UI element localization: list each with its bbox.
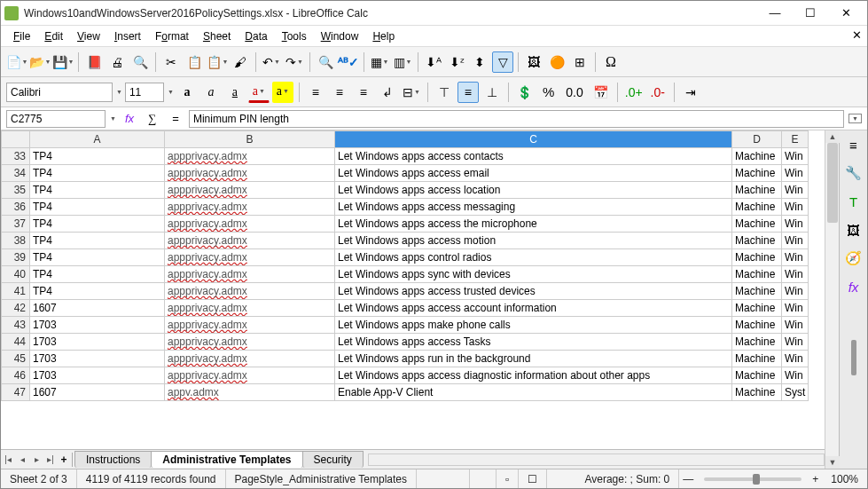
cell[interactable]: TP4: [30, 199, 165, 216]
cell[interactable]: appprivacy.admx: [165, 317, 335, 334]
cell[interactable]: TP4: [30, 266, 165, 283]
navigator-panel-icon[interactable]: 🧭: [843, 248, 864, 269]
row-header[interactable]: 38: [2, 233, 30, 249]
sheet-tab-instructions[interactable]: Instructions: [74, 451, 152, 468]
cell[interactable]: 1703: [30, 334, 165, 351]
cell[interactable]: Machine: [732, 233, 782, 249]
sum-button[interactable]: ∑: [143, 110, 162, 128]
sheet-tab-admin-templates[interactable]: Administrative Templates: [151, 451, 302, 468]
status-insert-mode[interactable]: [470, 469, 497, 488]
save-button[interactable]: 💾▼: [52, 51, 74, 73]
select-all-corner[interactable]: [2, 131, 30, 148]
table-row[interactable]: 441703appprivacy.admxLet Windows apps ac…: [2, 334, 809, 351]
tab-nav-prev[interactable]: ◂: [15, 454, 29, 464]
pivot-button[interactable]: ⊞: [569, 51, 590, 73]
close-document-button[interactable]: ✕: [852, 28, 862, 42]
font-name-dropdown[interactable]: ▼: [116, 89, 122, 95]
close-button[interactable]: ✕: [828, 2, 864, 25]
table-row[interactable]: 40TP4appprivacy.admxLet Windows apps syn…: [2, 266, 809, 283]
cell[interactable]: Let Windows apps access contacts: [335, 148, 732, 165]
cell[interactable]: Enable App-V Client: [335, 384, 732, 401]
status-selection-mode[interactable]: ▫: [497, 469, 519, 488]
highlight-button[interactable]: a▼: [272, 82, 293, 103]
scroll-up-button[interactable]: ▲: [825, 130, 840, 143]
tab-nav-next[interactable]: ▸: [29, 454, 43, 464]
row-header[interactable]: 34: [2, 165, 30, 182]
cell[interactable]: Syst: [782, 384, 809, 401]
cell[interactable]: 1607: [30, 384, 165, 401]
special-char-button[interactable]: Ω: [600, 51, 622, 73]
cell[interactable]: appprivacy.admx: [165, 300, 335, 317]
cell[interactable]: Win: [782, 334, 809, 351]
align-bottom-button[interactable]: ⊥: [481, 82, 503, 103]
print-preview-button[interactable]: 🔍: [129, 51, 151, 73]
cell[interactable]: Machine: [732, 334, 782, 351]
column-button[interactable]: ▥▼: [392, 51, 413, 73]
cell[interactable]: Machine: [732, 182, 782, 199]
find-button[interactable]: 🔍: [315, 51, 336, 73]
cell[interactable]: Machine: [732, 165, 782, 182]
cell[interactable]: Win: [782, 165, 809, 182]
insert-chart-button[interactable]: 🟠: [546, 51, 567, 73]
cell[interactable]: TP4: [30, 283, 165, 300]
cell[interactable]: Machine: [732, 216, 782, 233]
cell[interactable]: 1703: [30, 351, 165, 367]
add-decimal-button[interactable]: .0+: [623, 82, 645, 103]
cell[interactable]: Win: [782, 249, 809, 266]
cell[interactable]: Win: [782, 266, 809, 283]
cell[interactable]: appprivacy.admx: [165, 182, 335, 199]
cell[interactable]: Win: [782, 182, 809, 199]
cell[interactable]: appprivacy.admx: [165, 367, 335, 384]
tab-nav-last[interactable]: ▸|: [43, 454, 58, 464]
bold-button[interactable]: a: [176, 82, 198, 103]
col-header-A[interactable]: A: [30, 131, 165, 148]
row-header[interactable]: 39: [2, 249, 30, 266]
cell[interactable]: Let Windows apps access the microphone: [335, 216, 732, 233]
menu-help[interactable]: Help: [365, 28, 402, 45]
cell[interactable]: TP4: [30, 216, 165, 233]
align-right-button[interactable]: ≡: [353, 82, 374, 103]
cell[interactable]: Machine: [732, 300, 782, 317]
cell[interactable]: 1703: [30, 367, 165, 384]
menu-data[interactable]: Data: [238, 28, 274, 45]
autofilter-button[interactable]: ▽: [492, 51, 513, 73]
cell[interactable]: Win: [782, 351, 809, 367]
spreadsheet-grid[interactable]: A B C D E 33TP4appprivacy.admxLet Window…: [1, 130, 809, 401]
cell[interactable]: Let Windows apps access location: [335, 182, 732, 199]
cell[interactable]: Let Windows apps run in the background: [335, 351, 732, 367]
status-sheet[interactable]: Sheet 2 of 3: [1, 469, 77, 488]
cell[interactable]: TP4: [30, 165, 165, 182]
zoom-in-button[interactable]: +: [809, 473, 822, 485]
menu-view[interactable]: View: [70, 28, 107, 45]
row-header[interactable]: 41: [2, 283, 30, 300]
clone-format-button[interactable]: 🖌: [230, 51, 251, 73]
cell[interactable]: appprivacy.admx: [165, 199, 335, 216]
cell[interactable]: Win: [782, 367, 809, 384]
menu-insert[interactable]: Insert: [107, 28, 148, 45]
cell[interactable]: Win: [782, 199, 809, 216]
cell[interactable]: Let Windows apps access Tasks: [335, 334, 732, 351]
table-row[interactable]: 33TP4appprivacy.admxLet Windows apps acc…: [2, 148, 809, 165]
cell[interactable]: Machine: [732, 148, 782, 165]
cell[interactable]: Let Windows apps access email: [335, 165, 732, 182]
row-header[interactable]: 35: [2, 182, 30, 199]
menu-tools[interactable]: Tools: [275, 28, 314, 45]
zoom-slider[interactable]: [704, 477, 802, 481]
cell[interactable]: TP4: [30, 148, 165, 165]
paste-button[interactable]: 📋▼: [207, 51, 228, 73]
export-pdf-button[interactable]: 📕: [83, 51, 105, 73]
open-button[interactable]: 📂▼: [29, 51, 51, 73]
col-header-D[interactable]: D: [732, 131, 782, 148]
cell[interactable]: appprivacy.admx: [165, 266, 335, 283]
cell[interactable]: Let Windows apps sync with devices: [335, 266, 732, 283]
cell[interactable]: Machine: [732, 199, 782, 216]
merge-button[interactable]: ⊟▼: [401, 82, 422, 103]
italic-button[interactable]: a: [200, 82, 222, 103]
horizontal-scrollbar[interactable]: [368, 454, 825, 466]
new-button[interactable]: 📄▼: [6, 51, 27, 73]
cell[interactable]: Machine: [732, 283, 782, 300]
menu-window[interactable]: Window: [314, 28, 366, 45]
font-name-input[interactable]: [6, 83, 113, 102]
table-row[interactable]: 421607appprivacy.admxLet Windows apps ac…: [2, 300, 809, 317]
row-header[interactable]: 45: [2, 351, 30, 367]
